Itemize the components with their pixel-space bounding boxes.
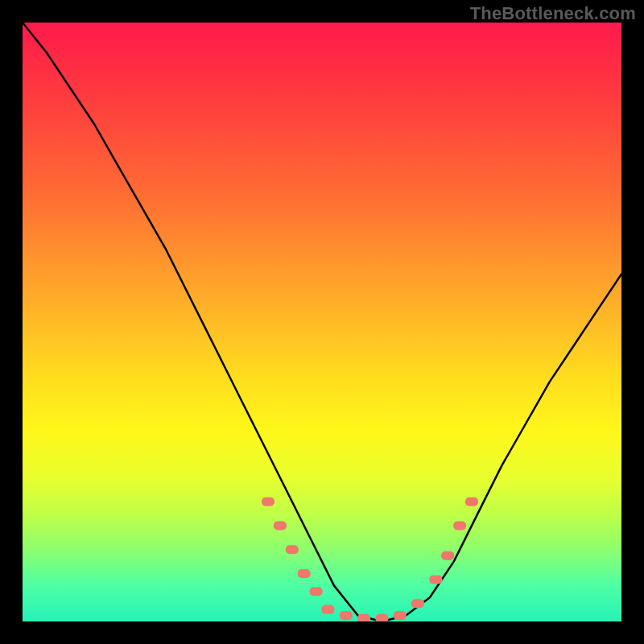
marker-point — [340, 611, 353, 620]
marker-point — [453, 522, 466, 530]
marker-point — [394, 611, 407, 620]
chart-svg — [23, 23, 621, 621]
marker-point — [375, 614, 388, 621]
marker-point — [429, 575, 442, 584]
marker-point — [411, 599, 424, 608]
marker-point — [441, 551, 454, 560]
watermark-text: TheBottleneck.com — [470, 3, 636, 24]
highlighted-points — [262, 497, 478, 621]
marker-point — [465, 497, 478, 506]
marker-point — [298, 569, 311, 578]
curve-path — [23, 23, 621, 621]
marker-point — [310, 587, 323, 596]
marker-point — [262, 497, 275, 506]
plot-area — [23, 23, 621, 621]
bottleneck-curve — [23, 23, 621, 621]
chart-frame: TheBottleneck.com — [0, 0, 644, 644]
marker-point — [321, 605, 334, 614]
marker-point — [274, 522, 287, 530]
marker-point — [357, 614, 370, 621]
marker-point — [286, 545, 299, 554]
